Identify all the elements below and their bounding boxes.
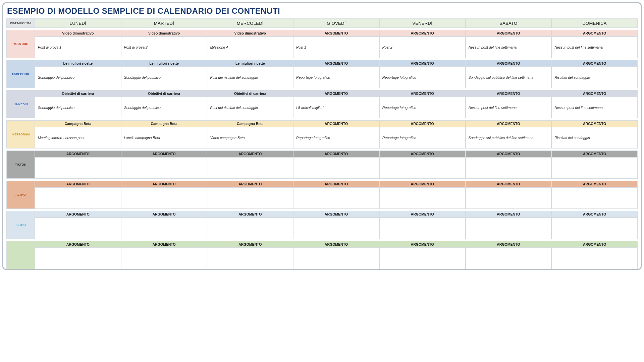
content-cell[interactable]: Video campagna Beta	[207, 127, 293, 148]
content-cell[interactable]	[293, 218, 379, 239]
topic-cell[interactable]: Obiettivi di carriera	[207, 90, 293, 97]
topic-cell[interactable]: ARGOMENTO	[207, 241, 293, 248]
topic-cell[interactable]: ARGOMENTO	[293, 211, 379, 218]
content-cell[interactable]: Milestone A	[207, 37, 293, 58]
topic-cell[interactable]: ARGOMENTO	[379, 241, 466, 248]
topic-cell[interactable]: ARGOMENTO	[207, 181, 293, 187]
topic-cell[interactable]: ARGOMENTO	[293, 90, 379, 97]
content-cell[interactable]: Sondaggio del pubblico	[121, 67, 207, 88]
topic-cell[interactable]: Campagna Beta	[121, 120, 207, 127]
content-cell[interactable]	[121, 218, 207, 239]
content-cell[interactable]: Risultati del sondaggio	[551, 67, 638, 88]
topic-cell[interactable]: Campagna Beta	[207, 120, 293, 127]
topic-cell[interactable]: ARGOMENTO	[379, 60, 466, 67]
topic-cell[interactable]: ARGOMENTO	[466, 181, 552, 187]
content-cell[interactable]	[35, 157, 121, 179]
content-cell[interactable]: Post dei risultati del sondaggio	[207, 67, 293, 88]
topic-cell[interactable]: ARGOMENTO	[379, 181, 466, 187]
topic-cell[interactable]: ARGOMENTO	[379, 120, 466, 127]
topic-cell[interactable]: ARGOMENTO	[207, 211, 293, 218]
topic-cell[interactable]: ARGOMENTO	[466, 60, 552, 67]
content-cell[interactable]	[207, 187, 293, 209]
topic-cell[interactable]: ARGOMENTO	[293, 120, 379, 127]
topic-cell[interactable]: ARGOMENTO	[35, 181, 121, 187]
topic-cell[interactable]: ARGOMENTO	[551, 30, 638, 37]
topic-cell[interactable]: Campagna Beta	[35, 120, 121, 127]
content-cell[interactable]: Sondaggio del pubblico	[35, 97, 121, 118]
content-cell[interactable]	[293, 187, 379, 209]
topic-cell[interactable]: ARGOMENTO	[466, 241, 552, 248]
topic-cell[interactable]: Le migliori ricette	[121, 60, 207, 67]
topic-cell[interactable]: Video dimostrativo	[35, 30, 121, 37]
topic-cell[interactable]: ARGOMENTO	[293, 181, 379, 187]
topic-cell[interactable]: ARGOMENTO	[466, 120, 552, 127]
content-cell[interactable]: Risultati del sondaggio	[551, 127, 638, 148]
content-cell[interactable]	[466, 248, 552, 269]
topic-cell[interactable]: ARGOMENTO	[293, 241, 379, 248]
content-cell[interactable]: Sondaggio del pubblico	[121, 97, 207, 118]
content-cell[interactable]	[466, 218, 552, 239]
topic-cell[interactable]: ARGOMENTO	[379, 90, 466, 97]
content-cell[interactable]	[35, 187, 121, 209]
topic-cell[interactable]: Le migliori ricette	[35, 60, 121, 67]
topic-cell[interactable]: ARGOMENTO	[121, 211, 207, 218]
content-cell[interactable]	[379, 157, 466, 179]
topic-cell[interactable]: ARGOMENTO	[293, 30, 379, 37]
content-cell[interactable]	[551, 187, 638, 209]
content-cell[interactable]: Reportage fotografico	[293, 127, 379, 148]
topic-cell[interactable]: ARGOMENTO	[466, 30, 552, 37]
topic-cell[interactable]: ARGOMENTO	[551, 181, 638, 187]
content-cell[interactable]: Post 1	[293, 37, 379, 58]
content-cell[interactable]	[293, 248, 379, 269]
content-cell[interactable]	[121, 248, 207, 269]
content-cell[interactable]: Post di prova 2	[121, 37, 207, 58]
content-cell[interactable]	[293, 157, 379, 179]
content-cell[interactable]: Meeting interno - nessun post	[35, 127, 121, 148]
content-cell[interactable]: Nessun post del fine settimana	[551, 37, 638, 58]
topic-cell[interactable]: ARGOMENTO	[551, 120, 638, 127]
content-cell[interactable]: Sondaggio del pubblico	[35, 67, 121, 88]
content-cell[interactable]: Nessun post del fine settimana	[466, 97, 552, 118]
topic-cell[interactable]: Video dimostrativo	[207, 30, 293, 37]
topic-cell[interactable]: ARGOMENTO	[466, 90, 552, 97]
topic-cell[interactable]: ARGOMENTO	[121, 150, 207, 157]
content-cell[interactable]: Sondaggio sul pubblico del fine settiman…	[466, 67, 552, 88]
topic-cell[interactable]: ARGOMENTO	[379, 30, 466, 37]
content-cell[interactable]: Reportage fotografico	[293, 67, 379, 88]
topic-cell[interactable]: ARGOMENTO	[35, 211, 121, 218]
topic-cell[interactable]: ARGOMENTO	[35, 150, 121, 157]
content-cell[interactable]: Nessun post del fine settimana	[551, 97, 638, 118]
topic-cell[interactable]: ARGOMENTO	[551, 90, 638, 97]
content-cell[interactable]	[121, 157, 207, 179]
content-cell[interactable]	[379, 187, 466, 209]
topic-cell[interactable]: ARGOMENTO	[379, 211, 466, 218]
content-cell[interactable]	[379, 218, 466, 239]
content-cell[interactable]	[121, 187, 207, 209]
content-cell[interactable]	[207, 218, 293, 239]
topic-cell[interactable]: ARGOMENTO	[293, 60, 379, 67]
content-cell[interactable]: Post di prova 1	[35, 37, 121, 58]
topic-cell[interactable]: ARGOMENTO	[466, 211, 552, 218]
topic-cell[interactable]: ARGOMENTO	[121, 241, 207, 248]
topic-cell[interactable]: Video dimostrativo	[121, 30, 207, 37]
content-cell[interactable]	[466, 157, 552, 179]
topic-cell[interactable]: ARGOMENTO	[379, 150, 466, 157]
topic-cell[interactable]: ARGOMENTO	[466, 150, 552, 157]
content-cell[interactable]: Reportage fotografico	[379, 67, 466, 88]
topic-cell[interactable]: ARGOMENTO	[551, 150, 638, 157]
content-cell[interactable]: Nessun post del fine settimana	[466, 37, 552, 58]
topic-cell[interactable]: ARGOMENTO	[551, 211, 638, 218]
topic-cell[interactable]: ARGOMENTO	[551, 60, 638, 67]
content-cell[interactable]	[35, 218, 121, 239]
content-cell[interactable]: Sondaggio sul pubblico del fine settiman…	[466, 127, 552, 148]
content-cell[interactable]	[35, 248, 121, 269]
content-cell[interactable]: Post dei risultati del sondaggio	[207, 97, 293, 118]
content-cell[interactable]: Post 2	[379, 37, 466, 58]
content-cell[interactable]	[551, 218, 638, 239]
content-cell[interactable]: Reportage fotografico	[379, 97, 466, 118]
topic-cell[interactable]: ARGOMENTO	[35, 241, 121, 248]
content-cell[interactable]: I 5 articoli migliori	[293, 97, 379, 118]
topic-cell[interactable]: ARGOMENTO	[207, 150, 293, 157]
topic-cell[interactable]: Le migliori ricette	[207, 60, 293, 67]
content-cell[interactable]	[551, 248, 638, 269]
